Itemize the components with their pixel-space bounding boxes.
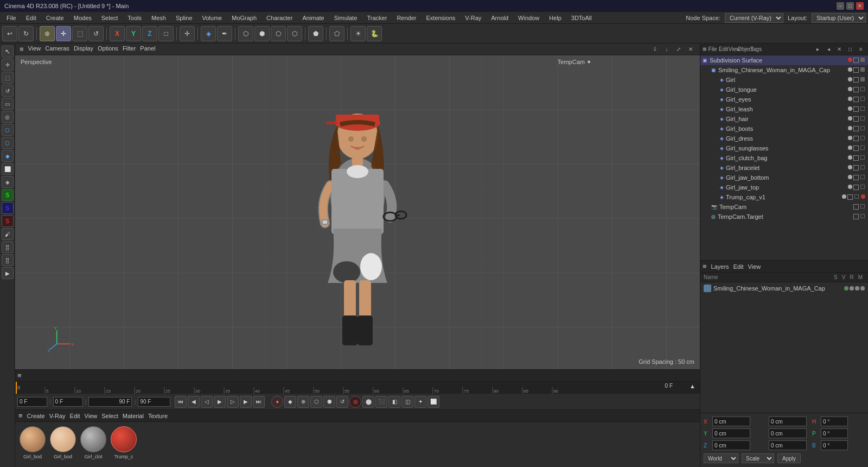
mat-menu-select[interactable]: Select: [101, 413, 118, 419]
timeline-options3[interactable]: ↺: [336, 396, 348, 408]
prev-keyframe-button[interactable]: ◁: [201, 396, 213, 408]
menu-mesh[interactable]: Mesh: [147, 14, 170, 22]
menu-help[interactable]: Help: [545, 14, 566, 22]
menu-vray[interactable]: V-Ray: [461, 14, 486, 22]
vp-menu-filter[interactable]: Filter: [123, 45, 136, 53]
rotate-tool-button[interactable]: ↺: [88, 26, 104, 41]
timeline-snap-button[interactable]: ✦: [414, 396, 426, 408]
tree-item-tempcam-target[interactable]: ◎ TempCam.Target: [700, 212, 868, 222]
material-trump-cap[interactable]: Trump_c: [111, 426, 137, 459]
rp-filter2[interactable]: ◂: [824, 45, 833, 54]
mat-hamburger[interactable]: ≡: [18, 412, 23, 420]
tree-item-girl-boots[interactable]: ◈ Girl_boots: [700, 124, 868, 134]
record-button[interactable]: ●: [271, 396, 283, 408]
lt-rotate[interactable]: ↺: [2, 85, 14, 97]
xform-b-angle[interactable]: [821, 440, 848, 450]
menu-edit[interactable]: Edit: [22, 14, 41, 22]
auto-key-button[interactable]: ⊕: [297, 396, 309, 408]
deform-button[interactable]: ⬡: [271, 26, 286, 41]
menu-tracker[interactable]: Tracker: [363, 14, 392, 22]
timeline-ruler[interactable]: 0 5 10 15 20 25 30 35 40: [15, 382, 700, 394]
effector-button[interactable]: ⬡: [287, 26, 302, 41]
geo-button[interactable]: ⬢: [254, 26, 270, 41]
lt-edge[interactable]: ⬡: [2, 137, 14, 149]
timeline-hamburger[interactable]: ≡: [17, 371, 22, 380]
rp-hamburger[interactable]: ≡: [703, 45, 707, 53]
y-axis-button[interactable]: Y: [126, 26, 141, 41]
tree-item-girl-hair[interactable]: ◈ Girl_hair: [700, 114, 868, 124]
undo-button[interactable]: ↩: [2, 26, 17, 41]
maximize-button[interactable]: □: [846, 2, 854, 10]
lt-point[interactable]: ◆: [2, 150, 14, 162]
node-space-select[interactable]: Current (V-Ray): [725, 13, 783, 23]
tree-item-subdivision[interactable]: ▣ Subdivision Surface: [700, 55, 868, 65]
menu-mograph[interactable]: MoGraph: [227, 14, 261, 22]
lt-s3[interactable]: S: [2, 215, 14, 227]
tree-item-girl-clutch[interactable]: ◈ Girl_clutch_bag: [700, 153, 868, 163]
menu-tools[interactable]: Tools: [123, 14, 146, 22]
rp-filter5[interactable]: ≡: [856, 45, 866, 54]
motion-record-button[interactable]: ◎: [349, 396, 361, 408]
tree-item-tempcam[interactable]: 📷 TempCam: [700, 202, 868, 212]
vp-menu-panel[interactable]: Panel: [140, 45, 155, 53]
lt-poly[interactable]: ⬡: [2, 124, 14, 136]
menu-spline[interactable]: Spline: [171, 14, 197, 22]
frame-fps-input[interactable]: [138, 397, 170, 407]
apply-button[interactable]: Apply: [777, 453, 801, 463]
goto-start-button[interactable]: ⏮: [175, 396, 187, 408]
menu-window[interactable]: Window: [514, 14, 544, 22]
menu-render[interactable]: Render: [392, 14, 420, 22]
keyframe-button[interactable]: ◆: [284, 396, 296, 408]
menu-select[interactable]: Select: [97, 14, 123, 22]
select-tool-button[interactable]: ⊕: [40, 26, 55, 41]
goto-end-button[interactable]: ⏭: [253, 396, 265, 408]
vp-icon-transfer[interactable]: ⇩: [650, 45, 660, 54]
material-girl-body1[interactable]: Girl_bod: [20, 426, 46, 459]
rp-file[interactable]: File: [708, 45, 718, 54]
tree-item-trump-cap[interactable]: ◈ Trump_cap_v1: [700, 192, 868, 202]
menu-animate[interactable]: Animate: [298, 14, 328, 22]
prev-frame-button[interactable]: ◀: [188, 396, 200, 408]
timeline-opt5[interactable]: ⬛: [375, 396, 387, 408]
close-button[interactable]: ✕: [856, 2, 864, 10]
mat-menu-edit[interactable]: Edit: [70, 413, 80, 419]
menu-extensions[interactable]: Extensions: [422, 14, 459, 22]
xform-z-pos[interactable]: [712, 440, 750, 450]
layers-menu-view[interactable]: View: [748, 263, 761, 270]
timeline-opt8[interactable]: ⬜: [427, 396, 439, 408]
menu-simulate[interactable]: Simulate: [330, 14, 362, 22]
lt-s1[interactable]: S: [2, 189, 14, 201]
menu-create[interactable]: Create: [42, 14, 68, 22]
play-button[interactable]: ▶: [214, 396, 226, 408]
vp-icon-down[interactable]: ↓: [662, 45, 672, 54]
layers-hamburger[interactable]: ≡: [703, 262, 707, 270]
perspective-button[interactable]: ◈: [201, 26, 216, 41]
xform-h-angle[interactable]: [821, 416, 848, 426]
lt-select[interactable]: ▭: [2, 98, 14, 110]
timeline-options2[interactable]: ⬢: [323, 396, 335, 408]
light-button[interactable]: ☀: [350, 26, 366, 41]
xform-x-pos[interactable]: [712, 416, 750, 426]
menu-arnold[interactable]: Arnold: [487, 14, 513, 22]
menu-file[interactable]: File: [2, 14, 21, 22]
menu-volume[interactable]: Volume: [198, 14, 227, 22]
tree-item-girl-eyes[interactable]: ◈ Girl_eyes: [700, 94, 868, 104]
vp-menu-display[interactable]: Display: [74, 45, 93, 53]
material-girl-body2[interactable]: Girl_bod: [50, 426, 76, 459]
rp-edit[interactable]: Edit: [719, 45, 729, 54]
xform-p-angle[interactable]: [821, 428, 848, 438]
lt-move[interactable]: ✛: [2, 59, 14, 71]
lt-uv[interactable]: ⬜: [2, 163, 14, 175]
frame-scroll-arrow[interactable]: ▲: [690, 383, 695, 389]
frame-start-input[interactable]: [53, 397, 83, 407]
coord-system-dropdown[interactable]: World Object Camera: [704, 453, 738, 463]
minimize-button[interactable]: −: [837, 2, 844, 10]
menu-3dtoall[interactable]: 3DToAll: [567, 14, 596, 22]
next-keyframe-button[interactable]: ▷: [227, 396, 239, 408]
mat-menu-texture[interactable]: Texture: [148, 413, 168, 419]
vp-menu-options[interactable]: Options: [98, 45, 118, 53]
lt-s2[interactable]: S: [2, 202, 14, 214]
tree-item-girl[interactable]: ◈ Girl: [700, 75, 868, 85]
tree-item-girl-sunglasses[interactable]: ◈ Girl_sunglasses: [700, 143, 868, 153]
tree-item-girl-jaw-top[interactable]: ◈ Girl_jaw_top: [700, 182, 868, 192]
